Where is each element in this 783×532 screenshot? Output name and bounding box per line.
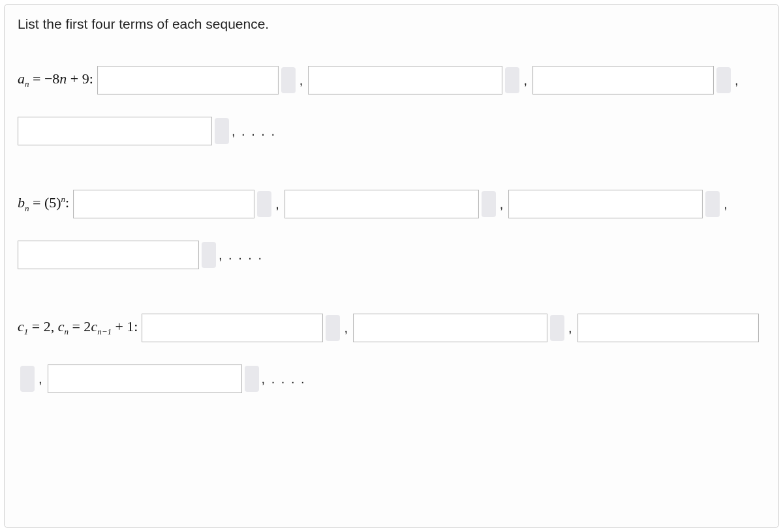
comma-separator: , bbox=[568, 321, 572, 336]
sequence-b-row: bn = (5)n: , , , , . . . . bbox=[18, 190, 765, 269]
answer-c-4[interactable] bbox=[48, 364, 242, 393]
comma-separator: , bbox=[500, 197, 504, 212]
answer-a-2[interactable] bbox=[308, 66, 502, 95]
answer-c-2[interactable] bbox=[353, 314, 547, 342]
comma-separator: , bbox=[523, 73, 527, 88]
ellipsis: , . . . . bbox=[219, 248, 263, 263]
answer-b-1[interactable] bbox=[73, 190, 254, 218]
formula-c: c1 = 2, cn = 2cn−1 + 1: bbox=[18, 318, 138, 337]
preview-box bbox=[245, 366, 259, 392]
preview-box bbox=[257, 191, 271, 217]
preview-box bbox=[281, 67, 296, 93]
comma-separator: , bbox=[724, 197, 728, 212]
answer-b-3[interactable] bbox=[508, 190, 703, 218]
formula-b: bn = (5)n: bbox=[18, 194, 69, 214]
answer-a-4[interactable] bbox=[18, 117, 212, 145]
answer-c-1[interactable] bbox=[142, 314, 323, 342]
preview-box bbox=[716, 67, 731, 93]
ellipsis: , . . . . bbox=[232, 124, 276, 139]
comma-separator: , bbox=[735, 73, 739, 88]
comma-separator: , bbox=[344, 321, 348, 336]
sequence-c-row: c1 = 2, cn = 2cn−1 + 1: , , , , . . . . bbox=[18, 314, 765, 393]
sequence-a-row: an = −8n + 9: , , , , . . . . bbox=[18, 66, 765, 145]
answer-b-2[interactable] bbox=[284, 190, 479, 218]
answer-a-1[interactable] bbox=[97, 66, 279, 95]
sequence-b-block: bn = (5)n: , , , , . . . . bbox=[18, 190, 765, 269]
preview-box bbox=[202, 242, 216, 268]
answer-a-3[interactable] bbox=[532, 66, 714, 95]
sequence-c-block: c1 = 2, cn = 2cn−1 + 1: , , , , . . . . bbox=[18, 314, 765, 393]
comma-separator: , bbox=[299, 73, 303, 88]
answer-c-3[interactable] bbox=[577, 314, 759, 342]
comma-separator: , bbox=[38, 372, 42, 387]
comma-separator: , bbox=[275, 197, 279, 212]
preview-box bbox=[550, 315, 564, 341]
question-prompt: List the first four terms of each sequen… bbox=[18, 16, 765, 32]
sequence-a-block: an = −8n + 9: , , , , . . . . bbox=[18, 66, 765, 145]
preview-box bbox=[215, 118, 229, 144]
ellipsis: , . . . . bbox=[262, 372, 306, 387]
preview-box bbox=[20, 366, 35, 392]
preview-box bbox=[326, 315, 340, 341]
formula-a: an = −8n + 9: bbox=[18, 70, 93, 89]
question-panel: List the first four terms of each sequen… bbox=[4, 4, 779, 528]
preview-box bbox=[505, 67, 519, 93]
answer-b-4[interactable] bbox=[18, 241, 199, 269]
preview-box bbox=[705, 191, 720, 217]
preview-box bbox=[482, 191, 496, 217]
